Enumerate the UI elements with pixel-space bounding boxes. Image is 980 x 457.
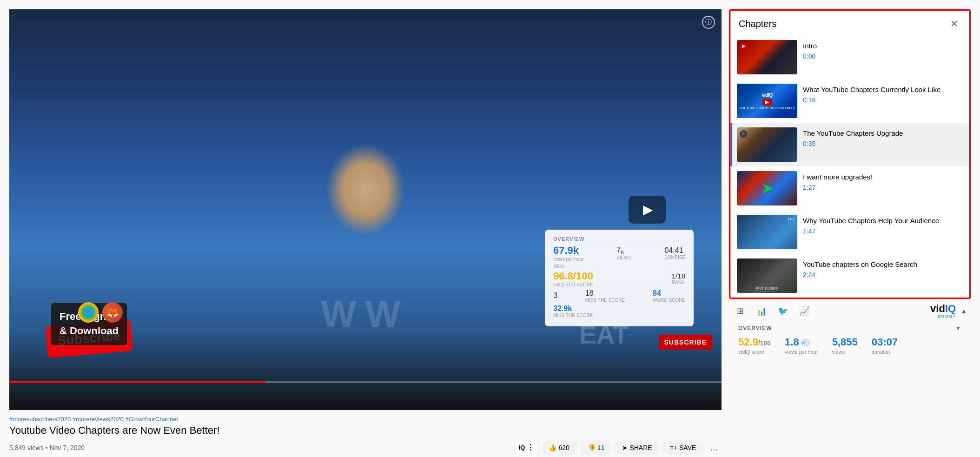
chapter-name: YouTube chapters on Google Search [803,259,963,269]
chapter-info: The YouTube Chapters Upgrade 0:35 [803,127,963,147]
dislike-button[interactable]: 👎 11 [580,440,612,455]
duration-value: 03:07 [872,336,898,348]
chapter-name: I want more upgrades! [803,172,963,182]
vidiq-boost-label: BOOST [938,314,956,318]
vidiq-logo: vidIQ BOOST [930,304,956,318]
save-button[interactable]: ≡+ SAVE [662,440,704,455]
overview-label: OVERVIEW [738,325,772,331]
views-value: 5,855 [832,336,858,348]
overview-chevron[interactable]: ▼ [955,325,961,331]
chapter-name: Intro [803,41,963,51]
views-per-hour-label: views per hour [785,349,818,355]
views-per-hour-stat: 1.8 💨 views per hour [785,336,818,355]
chart-icon[interactable]: 📊 [754,304,769,318]
chapter-time: 1:27 [803,184,963,191]
progress-bar[interactable] [9,381,722,383]
chapter-thumbnail: EAT SLEEP [737,258,797,293]
overview-section: OVERVIEW ▼ 52.9/100 vidIQ score 1.8 💨 vi… [729,320,971,361]
duration-label: duration [872,349,890,355]
video-meta-row: 5,849 views • Nov 7, 2020 IQ ⋮ 👍 620 👎 1… [9,440,722,455]
share-icon: ➤ [622,444,628,451]
subscribe-button-overlay: SUBSCRIBE [659,335,712,350]
grid-icon[interactable]: ⊞ [733,304,748,318]
chapter-info: YouTube chapters on Google Search 2:24 [803,258,963,278]
vidiq-toolbar: ⊞ 📊 🐦 📈 vidIQ BOOST ▲ [729,299,971,320]
like-icon: 👍 [549,444,556,451]
video-views: 5,849 views • Nov 7, 2020 [9,444,85,451]
save-icon: ≡+ [670,444,677,451]
chapter-name: What YouTube Chapters Currently Look Lik… [803,85,963,94]
chevron-down-icon[interactable]: ▲ [960,307,967,315]
vidiq-score-value: 52.9/100 [738,336,771,348]
chapters-header: Chapters ✕ [730,11,969,35]
vidiq-icon-group: ⊞ 📊 🐦 📈 [733,304,812,318]
vidiq-score-label: vidIQ score [738,349,764,355]
green-arrow-icon: ➤ [762,181,773,196]
chapter-name: Why YouTube Chapters Help Your Audience [803,216,963,225]
chapter-time: 0:35 [803,140,963,147]
chapter-thumbnail: ▶ [737,40,797,74]
share-button[interactable]: ➤ SHARE [615,440,659,455]
vidiq-logo-text: vidIQ [930,304,956,314]
stats-overlay: OVERVIEW 67.9k views per hour 7B VIEWS 0… [545,230,694,326]
chapters-close-button[interactable]: ✕ [947,17,961,30]
chapter-item[interactable]: The YouTube Chapters Upgrade 0:35 [730,123,969,166]
chapter-item[interactable]: vidIQ ▶ YOUTUBE CHAPTERS UPGRADED! What … [730,79,969,123]
chapters-list: ▶ Intro 0:00 vidIQ ▶ YOUTUBE CHAPTERS UP… [730,35,969,298]
chapter-time: 2:24 [803,271,963,278]
overview-stats: 52.9/100 vidIQ score 1.8 💨 views per hou… [738,336,961,355]
chapter-thumbnail: I IQ [737,215,797,249]
chapter-item[interactable]: ▶ Intro 0:00 [730,35,969,79]
video-title-section: #moresubscribers2020 #morereviews2020 #G… [9,410,722,457]
chapter-time: 1:47 [803,227,963,235]
chapter-item[interactable]: EAT SLEEP YouTube chapters on Google Sea… [730,254,969,298]
views-label: views [832,349,845,355]
video-tags[interactable]: #moresubscribers2020 #morereviews2020 #G… [9,416,722,423]
trending-icon[interactable]: 📈 [797,304,812,318]
chapters-panel: Chapters ✕ ▶ Intro 0:00 [729,9,971,299]
vidiq-score-stat: 52.9/100 vidIQ score [738,336,771,355]
info-icon[interactable]: ⓘ [702,16,715,29]
overview-header: OVERVIEW ▼ [738,325,961,331]
chapter-info: Why YouTube Chapters Help Your Audience … [803,215,963,235]
iq-badge-button[interactable]: IQ ⋮ [515,441,539,454]
chapter-info: Intro 0:00 [803,40,963,60]
eat-watermark: EAT [579,320,629,350]
video-play-overlay [629,196,666,224]
duration-stat: 03:07 duration [872,336,898,355]
chapter-info: I want more upgrades! 1:27 [803,171,963,191]
chapter-item[interactable]: I IQ Why YouTube Chapters Help Your Audi… [730,210,969,254]
chapter-time: 0:00 [803,53,963,60]
dislike-icon: 👎 [588,444,596,451]
twitter-icon[interactable]: 🐦 [775,304,790,318]
chapter-info: What YouTube Chapters Currently Look Lik… [803,84,963,104]
chapter-thumbnail: ➤ [737,171,797,205]
chapter-thumbnail [737,127,797,162]
video-actions: IQ ⋮ 👍 620 👎 11 ➤ SHARE [515,440,722,455]
chapter-thumbnail: vidIQ ▶ YOUTUBE CHAPTERS UPGRADED! [737,84,797,118]
video-player[interactable]: Subscribe Free Signup& Download 🌐 🦊 OVER… [9,9,722,410]
views-stat: 5,855 views [832,336,858,355]
views-per-hour-value: 1.8 💨 [785,336,810,348]
chapters-title: Chapters [739,19,776,29]
progress-fill [9,381,266,383]
more-options-button[interactable]: ... [706,440,722,455]
chapter-time: 0:16 [803,96,963,104]
chapter-name: The YouTube Chapters Upgrade [803,128,963,138]
chapter-item[interactable]: ➤ I want more upgrades! 1:27 [730,166,969,210]
ww-watermark: WW [321,293,410,336]
video-title: Youtube Video Chapters are Now Even Bett… [9,424,722,437]
like-button[interactable]: 👍 620 [541,440,576,455]
right-section: Chapters ✕ ▶ Intro 0:00 [729,9,971,457]
video-section: Subscribe Free Signup& Download 🌐 🦊 OVER… [9,9,722,457]
